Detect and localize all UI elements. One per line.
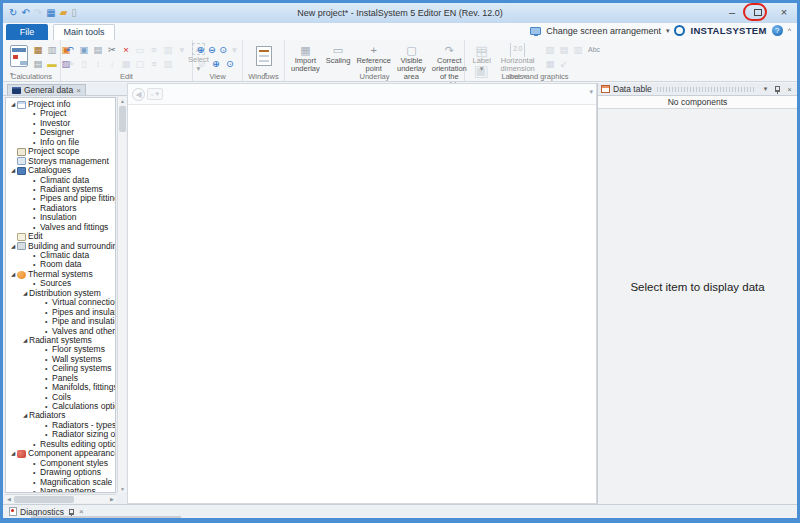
undo-icon[interactable]: ↶ — [21, 7, 29, 19]
tree-vertical-scrollbar[interactable]: ▲ ▼ — [117, 97, 126, 493]
scroll-down-icon[interactable]: ▼ — [119, 485, 126, 493]
tree-item[interactable]: ◢Project info — [6, 100, 115, 109]
calc-connection-icon[interactable]: ▬ — [46, 58, 58, 69]
tree-item[interactable]: Project scope — [6, 147, 115, 156]
tree-item[interactable]: •Coils — [6, 393, 115, 402]
tree-item[interactable]: •Climatic data — [6, 176, 115, 185]
new-file-icon[interactable]: ▯ — [71, 7, 77, 19]
copy-icon[interactable]: ▣ — [78, 44, 90, 55]
expand-arrow-icon[interactable]: ◢ — [9, 100, 17, 109]
undo-icon[interactable]: ↶ — [64, 44, 76, 55]
close-icon[interactable]: × — [76, 86, 81, 95]
calculations-button[interactable] — [6, 42, 32, 70]
tree-item[interactable]: •Info on file — [6, 138, 115, 147]
tree-item[interactable]: ◢Distribution system — [6, 289, 115, 298]
cut-icon[interactable]: ✂ — [106, 44, 118, 55]
tree-item[interactable]: •Pipe and insulation sizing o — [6, 317, 115, 326]
tab-main-tools[interactable]: Main tools — [53, 24, 115, 40]
close-button[interactable]: × — [777, 6, 791, 18]
zoom-out-icon[interactable]: ⊖ — [207, 44, 216, 55]
calc-users-icon[interactable]: ▤ — [32, 58, 44, 69]
delete-icon[interactable]: × — [120, 44, 132, 55]
close-icon[interactable]: × — [785, 86, 794, 93]
tab-diagnostics[interactable]: Diagnostics — [20, 507, 64, 517]
tree-item[interactable]: •Climatic data — [6, 251, 115, 260]
change-screen-arrangement-button[interactable]: Change screen arrangement — [546, 26, 661, 36]
tree-item[interactable]: •Insulation — [6, 213, 115, 222]
chevron-down-icon[interactable]: ▾ — [589, 88, 593, 96]
tree-item[interactable]: •Name patterns — [6, 487, 115, 493]
tree-item[interactable]: Edit — [6, 232, 115, 241]
drawing-area[interactable]: ◀ ▫ ▾ ▾ — [127, 83, 597, 504]
app-icon[interactable]: ↻ — [9, 7, 17, 19]
expand-arrow-icon[interactable]: ◢ — [9, 166, 17, 175]
pin-icon[interactable] — [69, 509, 74, 515]
expand-arrow-icon[interactable]: ◢ — [21, 336, 29, 345]
tree-item[interactable]: ◢Thermal systems — [6, 270, 115, 279]
drag-handle[interactable] — [657, 87, 756, 92]
tree-item[interactable]: •Room data — [6, 260, 115, 269]
tree-item[interactable]: •Pipes and insulation - types — [6, 308, 115, 317]
help-icon[interactable]: ? — [772, 25, 783, 36]
windows-button[interactable] — [251, 42, 277, 70]
panel-dropdown-icon[interactable]: ▾ — [761, 85, 770, 93]
calc-data-check-icon[interactable]: ▦ — [32, 44, 44, 55]
label-button[interactable]: ▭ Label ▾ — [468, 42, 495, 74]
tree-item[interactable]: •Panels — [6, 374, 115, 383]
chevron-down-icon[interactable]: ▾ — [666, 27, 670, 35]
tree-item[interactable]: •Virtual connections of radia — [6, 298, 115, 307]
tree-item[interactable]: •Radiator sizing options — [6, 430, 115, 439]
scrollbar-thumb[interactable] — [14, 496, 74, 503]
tree-item[interactable]: •Floor systems — [6, 345, 115, 354]
tree-item[interactable]: ◢Building and surroundings — [6, 242, 115, 251]
scroll-right-icon[interactable]: ▶ — [108, 496, 116, 503]
tree-item[interactable]: •Designer — [6, 128, 115, 137]
expand-arrow-icon[interactable]: ◢ — [9, 449, 17, 458]
tree-item[interactable]: ◢Radiators — [6, 411, 115, 420]
tree-item[interactable]: •Investor — [6, 119, 115, 128]
tree-item[interactable]: •Radiant systems — [6, 185, 115, 194]
tab-file[interactable]: File — [6, 24, 48, 40]
scroll-left-icon[interactable]: ◀ — [5, 496, 13, 503]
zoom-window-icon[interactable]: ⊙ — [219, 44, 228, 55]
zoom-selection-icon[interactable]: ⊙ — [224, 58, 236, 69]
tree-item[interactable]: Storeys management — [6, 157, 115, 166]
expand-arrow-icon[interactable]: ◢ — [9, 242, 17, 251]
tree-item[interactable]: •Project — [6, 109, 115, 118]
close-icon[interactable]: × — [79, 507, 84, 516]
text-abc-icon[interactable]: Abc — [586, 46, 602, 53]
expand-arrow-icon[interactable]: ◢ — [21, 411, 29, 420]
tree-item[interactable]: •Wall systems — [6, 355, 115, 364]
paste-icon[interactable]: ▤ — [92, 44, 104, 55]
pin-icon[interactable] — [775, 86, 780, 92]
tree-item[interactable]: •Sources — [6, 279, 115, 288]
scrollbar-thumb[interactable] — [119, 106, 126, 132]
expand-arrow-icon[interactable]: ◢ — [21, 289, 29, 298]
expand-arrow-icon[interactable]: ◢ — [9, 270, 17, 279]
scroll-up-icon[interactable]: ▲ — [119, 97, 126, 105]
tree-item[interactable]: •Radiators - types and defau — [6, 421, 115, 430]
calc-diagnostics-icon[interactable]: ▥ — [46, 44, 58, 55]
tree-item[interactable]: •Pipes and pipe fittings — [6, 194, 115, 203]
collapse-ribbon-icon[interactable]: ^ — [788, 27, 791, 34]
tree-item[interactable]: •Valves and other fittings - ty — [6, 327, 115, 336]
tree-item[interactable]: ◢Catalogues — [6, 166, 115, 175]
tree-item[interactable]: ◢Radiant systems — [6, 336, 115, 345]
tree-item[interactable]: •Results editing options — [6, 440, 115, 449]
zoom-all-icon[interactable]: ⊕ — [210, 58, 222, 69]
tree-item[interactable]: •Component styles — [6, 459, 115, 468]
save-icon[interactable]: ▦ — [46, 7, 55, 19]
minimize-button[interactable]: – — [725, 6, 739, 18]
tree-item[interactable]: •Calculations options — [6, 402, 115, 411]
tree-item[interactable]: •Manifolds, fittings and com — [6, 383, 115, 392]
open-icon[interactable]: ▰ — [60, 7, 68, 19]
tree-item[interactable]: •Radiators — [6, 204, 115, 213]
tree-item[interactable]: •Valves and fittings — [6, 223, 115, 232]
tree-item[interactable]: •Ceiling systems — [6, 364, 115, 373]
tree-item[interactable]: •Drawing options — [6, 468, 115, 477]
tree-item[interactable]: •Magnification scale — [6, 478, 115, 487]
tree-item[interactable]: ◢Component appearance configu — [6, 449, 115, 458]
zoom-in-icon[interactable]: ⊕ — [196, 44, 205, 55]
tree-horizontal-scrollbar[interactable]: ◀ ▶ — [5, 494, 116, 503]
tab-general-data[interactable]: General data × — [7, 84, 86, 95]
